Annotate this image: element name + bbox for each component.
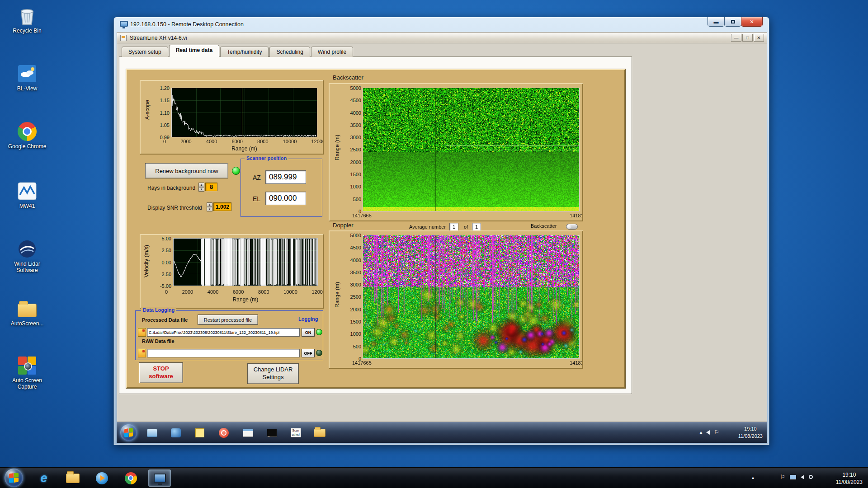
tab-wind-profile[interactable]: Wind profile — [311, 47, 353, 57]
host-taskbar: e ▴ ⚐ 19:10 11/08/2023 — [0, 467, 868, 488]
app-minimize-button[interactable]: — — [731, 34, 741, 42]
spinner-down-icon[interactable]: ▼ — [198, 187, 204, 192]
rdp-minimize-button[interactable]: ▬ — [708, 17, 725, 27]
tick-label: 8000 — [258, 289, 269, 295]
processed-logging-on-switch[interactable]: ON — [302, 328, 315, 337]
rays-value-field[interactable]: 8 — [205, 183, 217, 191]
remote-app-scan-sched-icon[interactable]: Scan sched — [287, 425, 305, 441]
velocity-x-ticks: 020004000600080001000012000 — [165, 289, 324, 295]
spinner-up-icon[interactable]: ▲ — [207, 202, 212, 207]
rdp-window: 192.168.0.150 - Remote Desktop Connectio… — [113, 17, 769, 445]
snr-value-field[interactable]: 1.002 — [213, 202, 231, 211]
stop-software-button[interactable]: STOP software — [139, 362, 183, 383]
taskbar-chrome-icon[interactable] — [119, 469, 142, 487]
backscatter-toggle-switch[interactable] — [566, 224, 578, 230]
tick-label: 1417665 — [352, 360, 372, 366]
clock[interactable]: 19:10 11/08/2023 — [836, 471, 863, 486]
scanner-position-group: Scanner position AZ 089.999 EL 090.000 — [241, 159, 322, 217]
restart-processed-file-button[interactable]: Restart processed file — [198, 314, 258, 325]
mw41-icon — [16, 181, 38, 202]
tick-label: 4000 — [208, 289, 218, 295]
az-value-field[interactable]: 089.999 — [265, 170, 306, 184]
tab-system-setup[interactable]: System setup — [122, 47, 168, 57]
raw-logging-off-switch[interactable]: OFF — [302, 349, 315, 357]
remote-app-launcher-icon[interactable] — [239, 425, 257, 441]
tick-label: 12000 — [311, 139, 324, 144]
remote-app-window-icon[interactable] — [143, 425, 161, 441]
data-logging-title: Data Logging — [141, 307, 176, 313]
desktop-icon-label: MW41 — [5, 203, 50, 209]
tick-label: 1418164 — [570, 360, 583, 366]
raw-path-field[interactable] — [147, 349, 300, 357]
remote-clock[interactable]: 19:10 11/08/2023 — [738, 426, 763, 440]
tick-label: 4500 — [350, 245, 361, 250]
device-eject-icon[interactable] — [809, 475, 813, 479]
spinner-up-icon[interactable]: ▲ — [198, 183, 204, 187]
desktop-icon-wind-lidar[interactable]: Wind Lidar Software — [5, 239, 50, 274]
remote-app-notes-icon[interactable] — [191, 425, 209, 441]
rays-spinner[interactable]: ▲▼ — [198, 183, 204, 191]
change-button-line2: Settings — [263, 374, 284, 381]
velocity-y-ticks: 5.002.500.00-2.50-5.00 — [149, 236, 171, 289]
doppler-y-axis-label: Range (m) — [334, 282, 340, 308]
desktop-icon-mw41[interactable]: MW41 — [5, 181, 50, 209]
taskbar-ie-icon[interactable]: e — [33, 469, 55, 487]
tick-label: 0.00 — [162, 260, 171, 265]
logging-label: Logging — [298, 316, 318, 322]
stop-button-line2: software — [149, 373, 173, 380]
of-value-field[interactable]: 1 — [472, 223, 481, 231]
desktop-icon-google-chrome[interactable]: Google Chrome — [5, 121, 50, 150]
snr-spinner[interactable]: ▲▼ — [207, 202, 212, 211]
stop-button-line1: STOP — [153, 365, 169, 373]
doppler-title: Doppler — [333, 222, 354, 229]
recycle-bin-icon — [16, 5, 38, 26]
action-center-flag-icon[interactable]: ⚐ — [780, 474, 785, 480]
rays-in-background-label: Rays in background — [147, 185, 195, 191]
app-maximize-button[interactable]: □ — [742, 34, 753, 42]
streamline-app-window: StreamLine XR v14-6.vi — □ ✕ System setu… — [117, 32, 767, 422]
path-browse-icon[interactable] — [138, 349, 146, 357]
change-lidar-settings-button[interactable]: Change LiDAR Settings — [247, 363, 299, 384]
desktop-icon-auto-screen-capture[interactable]: Auto Screen Capture — [5, 355, 50, 390]
desktop-icon-recycle-bin[interactable]: Recycle Bin — [5, 5, 50, 34]
network-icon[interactable] — [790, 475, 796, 479]
average-number-field[interactable]: 1 — [449, 223, 458, 231]
remote-app-folder-icon[interactable] — [311, 425, 329, 441]
ascope-x-ticks: 020004000600080001000012000 — [163, 139, 324, 144]
start-button[interactable] — [5, 469, 23, 487]
tab-temp-humidity[interactable]: Temp/humidity — [220, 47, 269, 57]
remote-start-button[interactable] — [120, 424, 137, 441]
backscatter-graph: Range (m) 500045004000350030002500200015… — [329, 83, 583, 221]
backscatter-toggle-label: Backscatter — [531, 223, 557, 229]
remote-volume-icon[interactable] — [706, 430, 710, 435]
rdp-close-button[interactable]: ✕ — [741, 17, 763, 27]
desktop-icon-bl-view[interactable]: BL-View — [5, 63, 50, 92]
tick-label: -5.00 — [160, 283, 171, 289]
remote-app-blue-icon[interactable] — [167, 425, 185, 441]
remote-app-power-icon[interactable] — [215, 425, 233, 441]
taskbar-explorer-icon[interactable] — [61, 469, 84, 487]
snr-threshold-label: Display SNR threshold — [147, 205, 202, 211]
tick-label: 1418164 — [570, 213, 583, 218]
el-value-field[interactable]: 090.000 — [265, 192, 306, 205]
app-client-area: System setup Real time data Temp/humidit… — [117, 44, 767, 422]
taskbar-media-player-icon[interactable] — [90, 469, 113, 487]
tab-scheduling[interactable]: Scheduling — [269, 47, 310, 57]
app-close-button[interactable]: ✕ — [754, 34, 764, 42]
desktop-icon-autoscreen-folder[interactable]: AutoScreen... — [5, 298, 50, 327]
taskbar-rdp-icon[interactable] — [148, 469, 171, 487]
raw-logging-led — [316, 350, 322, 356]
rdp-maximize-button[interactable] — [724, 17, 741, 27]
spinner-down-icon[interactable]: ▼ — [207, 207, 212, 211]
processed-path-field[interactable]: C:\Lidar\Data\Proc\2023\202308\20230811\… — [147, 328, 300, 337]
remote-app-console-icon[interactable]: _ — [263, 425, 281, 441]
raw-data-file-label: RAW Data file — [142, 338, 175, 344]
remote-tray-chevron-icon[interactable]: ▴ — [700, 429, 703, 435]
tray-chevron-icon[interactable]: ▴ — [752, 475, 754, 480]
renew-background-button[interactable]: Renew background now — [145, 163, 228, 178]
tab-real-time-data[interactable]: Real time data — [169, 45, 219, 57]
path-browse-icon[interactable] — [138, 328, 146, 337]
remote-flag-icon[interactable]: ⚐ — [714, 429, 719, 435]
tick-label: 500 — [353, 197, 361, 202]
volume-icon[interactable] — [801, 475, 804, 479]
